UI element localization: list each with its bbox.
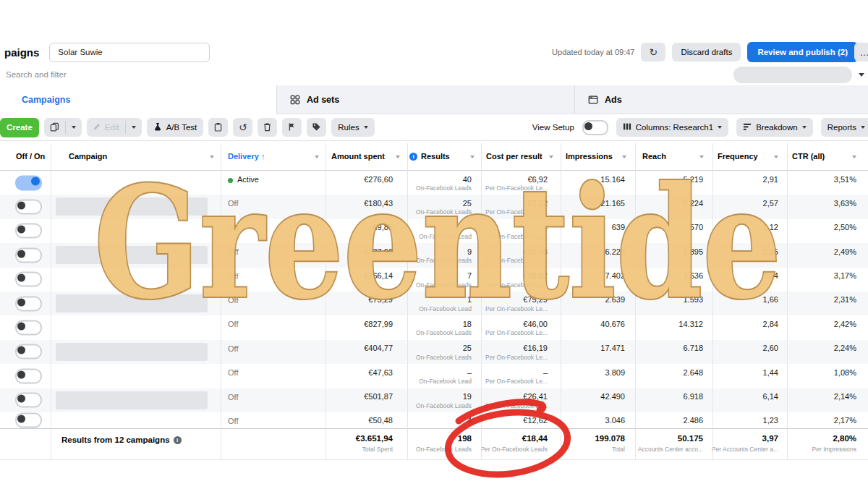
discard-drafts-button[interactable]: Discard drafts <box>672 43 741 61</box>
chevron-down-icon[interactable] <box>852 156 856 158</box>
reach-value: 14.312 <box>678 320 703 328</box>
more-options-button[interactable]: … <box>854 43 868 61</box>
search-input[interactable] <box>49 43 210 62</box>
cost-per-result-value: – <box>543 368 548 377</box>
campaign-toggle[interactable] <box>15 200 42 215</box>
delete-button[interactable] <box>258 118 277 137</box>
toggle-knob <box>17 202 25 210</box>
column-header-ctr[interactable]: CTR (all) <box>792 143 825 170</box>
total-amount-spent: €3.651,94 <box>356 434 393 443</box>
view-setup-toggle[interactable] <box>582 120 608 135</box>
chevron-down-icon[interactable] <box>622 156 626 158</box>
duplicate-button[interactable] <box>44 118 65 137</box>
impressions-value: 17.471 <box>600 344 625 352</box>
chevron-down-icon[interactable] <box>470 156 475 158</box>
chevron-down-icon[interactable] <box>396 156 400 158</box>
breakdown-label: Breakdown <box>756 123 798 132</box>
column-header-results[interactable]: iResults <box>409 143 450 170</box>
frequency-value: 1,23 <box>763 416 778 425</box>
chevron-down-icon[interactable] <box>315 156 319 158</box>
toggle-knob <box>17 226 25 234</box>
column-header-frequency[interactable]: Frequency <box>718 143 758 170</box>
reach-value: 8.224 <box>683 199 703 208</box>
campaign-toggle[interactable] <box>15 344 42 360</box>
amount-spent-value: €266,14 <box>364 271 393 280</box>
ab-test-label: A/B Test <box>166 123 197 132</box>
impressions-value: 2.639 <box>605 295 625 304</box>
tab-label: Campaigns <box>22 95 70 105</box>
totals-row: Results from 12 campaignsi €3.651,94 Tot… <box>0 428 868 460</box>
cost-per-result-value: €26,41 <box>523 392 548 401</box>
breakdown-button[interactable]: Breakdown <box>736 118 813 137</box>
filter-chip[interactable] <box>733 67 852 83</box>
chevron-down-icon[interactable] <box>699 156 704 158</box>
tab-ads[interactable]: Ads <box>575 85 868 114</box>
amount-spent-value: €50,48 <box>368 416 393 425</box>
refresh-button[interactable]: ↻ <box>641 43 665 61</box>
chevron-down-icon <box>72 126 76 129</box>
sort-up-arrow: ↑ <box>261 152 265 161</box>
table-row: Off€9,85–On-Facebook Lead–Per On-Faceboo… <box>0 219 868 243</box>
create-button[interactable]: Create <box>0 118 39 137</box>
column-header-cost-per-result[interactable]: Cost per result <box>486 143 542 170</box>
results-value: 18 <box>463 320 472 328</box>
column-header-delivery[interactable]: Delivery ↑ <box>228 143 265 170</box>
column-header-reach[interactable]: Reach <box>642 143 666 170</box>
rules-button[interactable]: Rules <box>331 118 374 137</box>
clipboard-button[interactable] <box>208 118 228 137</box>
undo-button[interactable]: ↺ <box>233 118 252 137</box>
delivery-status: Off <box>228 296 238 305</box>
column-header-amount-spent[interactable]: Amount spent <box>331 143 385 170</box>
total-frequency: 3,97 <box>762 434 778 443</box>
column-header-campaign[interactable]: Campaign <box>69 143 107 170</box>
toggle-knob <box>17 414 25 422</box>
ad-frame-icon <box>588 95 598 105</box>
edit-button[interactable]: Edit <box>87 118 125 137</box>
cost-per-result-value: €46,00 <box>523 320 548 328</box>
edit-menu-button[interactable] <box>126 118 142 137</box>
ctr-value: 1,08% <box>834 368 856 377</box>
campaign-toggle[interactable] <box>15 393 42 408</box>
campaign-toggle[interactable] <box>15 296 42 311</box>
tag-button[interactable] <box>307 118 326 137</box>
results-value: 9 <box>467 247 472 256</box>
campaign-toggle[interactable] <box>15 412 42 428</box>
cost-per-result-value: €12,62 <box>523 416 548 425</box>
search-and-filter-input[interactable]: Search and filter <box>6 64 67 85</box>
campaign-toggle[interactable] <box>15 368 42 383</box>
duplicate-button-group <box>44 118 82 137</box>
chevron-down-icon[interactable] <box>549 156 553 158</box>
cost-type-label: Per On-Facebook Le... <box>485 208 548 216</box>
info-icon: i <box>174 436 182 444</box>
results-value: 40 <box>463 175 472 184</box>
impressions-value: 40.676 <box>600 320 625 328</box>
ab-test-button[interactable]: A/B Test <box>147 118 204 137</box>
campaign-toggle[interactable] <box>15 320 42 336</box>
flag-button[interactable] <box>282 118 302 137</box>
chevron-down-icon[interactable] <box>774 156 778 158</box>
review-publish-button[interactable]: Review and publish (2) <box>747 42 858 62</box>
tab-ad-sets[interactable]: Ad sets <box>277 85 575 114</box>
results-value: 1 <box>467 295 472 304</box>
results-type-label: On-Facebook Leads <box>416 329 472 336</box>
table-body: Active€276,6040On-Facebook Leads€6,92Per… <box>0 171 868 428</box>
chevron-down-icon[interactable] <box>859 73 864 77</box>
duplicate-menu-button[interactable] <box>66 118 82 137</box>
campaign-toggle[interactable] <box>15 224 42 239</box>
delivery-status: Off <box>228 224 238 232</box>
columns-button[interactable]: Columns: Research1 <box>616 118 728 137</box>
campaign-toggle[interactable] <box>15 175 42 190</box>
results-type-label: On-Facebook Lead <box>419 305 472 312</box>
column-header-impressions[interactable]: Impressions <box>566 143 613 170</box>
reports-button[interactable]: Reports <box>821 118 868 137</box>
tab-label: Ads <box>605 95 622 105</box>
columns-label: Columns: Research1 <box>636 123 713 132</box>
toggle-knob <box>17 250 25 258</box>
results-type-label: On-Facebook Leads <box>416 257 472 264</box>
results-value: 25 <box>463 344 472 352</box>
tab-campaigns[interactable]: Campaigns <box>0 85 277 114</box>
reach-value: 6.718 <box>683 344 703 352</box>
campaign-toggle[interactable] <box>15 247 42 263</box>
campaign-toggle[interactable] <box>15 272 42 287</box>
chevron-down-icon[interactable] <box>210 156 214 158</box>
